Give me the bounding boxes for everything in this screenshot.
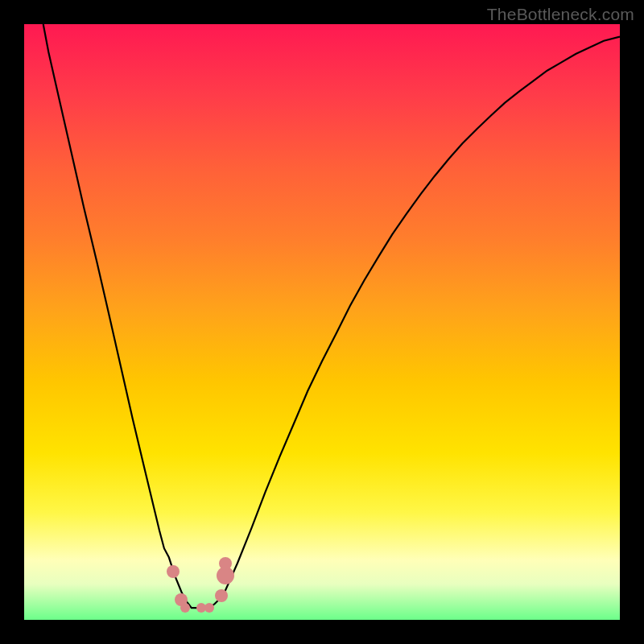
marker-dot (219, 557, 232, 570)
marker-dot (180, 603, 190, 613)
marker-dot (167, 565, 180, 578)
marker-dot (215, 589, 228, 602)
plot-area (24, 24, 620, 620)
bottleneck-curve (43, 24, 620, 608)
watermark-text: TheBottleneck.com (487, 5, 634, 24)
marker-dot (204, 603, 214, 613)
curve-svg (24, 24, 620, 620)
chart-frame: TheBottleneck.com (0, 0, 644, 644)
